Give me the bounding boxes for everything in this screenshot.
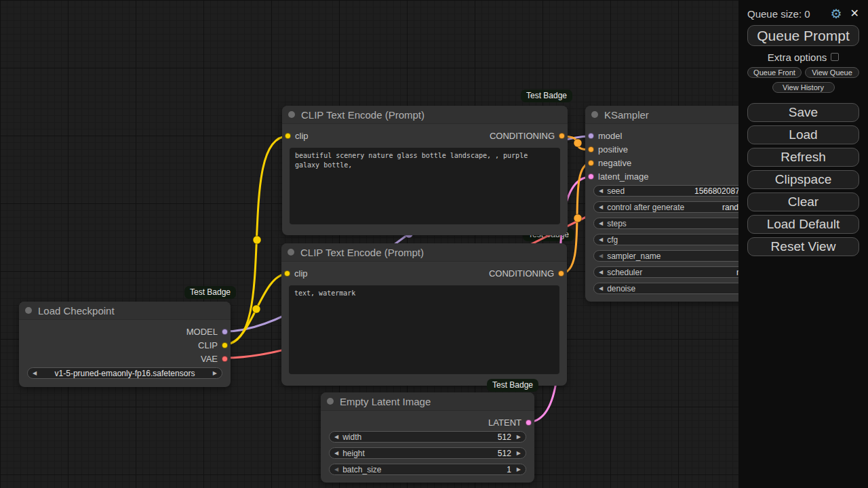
settings-gear-icon[interactable]: ⚙ (831, 7, 842, 20)
refresh-button[interactable]: Refresh (747, 148, 859, 167)
extra-options-label: Extra options (768, 52, 827, 63)
queue-prompt-button[interactable]: Queue Prompt (747, 25, 859, 46)
view-queue-button[interactable]: View Queue (805, 67, 859, 78)
badge-layer-top: Test Badge (0, 0, 868, 488)
load-button[interactable]: Load (747, 125, 859, 144)
reset-view-button[interactable]: Reset View (747, 237, 859, 256)
view-history-button[interactable]: View History (772, 82, 835, 93)
node-graph-canvas[interactable]: Test Badge Test Badge Test Badge CLIP Te… (0, 0, 868, 488)
save-button[interactable]: Save (747, 103, 859, 122)
load-default-button[interactable]: Load Default (747, 215, 859, 234)
node-badge: Test Badge (487, 379, 538, 392)
queue-front-button[interactable]: Queue Front (747, 67, 802, 78)
comfy-menu: Queue size: 0 ⚙ ✕ Queue Prompt Extra opt… (738, 0, 868, 488)
clipspace-button[interactable]: Clipspace (747, 170, 859, 189)
extra-options-checkbox[interactable] (831, 53, 839, 61)
clear-button[interactable]: Clear (747, 192, 859, 211)
menu-actions: SaveLoadRefreshClipspaceClearLoad Defaul… (747, 103, 859, 256)
queue-size-label: Queue size: 0 (747, 8, 831, 20)
close-icon[interactable]: ✕ (850, 8, 859, 19)
